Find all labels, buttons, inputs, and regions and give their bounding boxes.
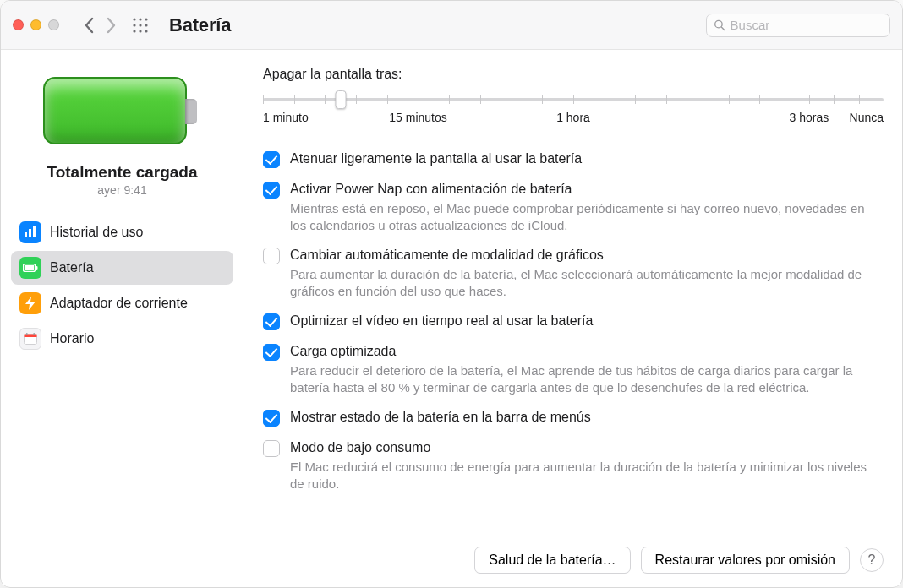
svg-point-0: [133, 18, 135, 20]
option-title: Atenuar ligeramente la pantalla al usar …: [290, 150, 884, 168]
option-checkbox[interactable]: [263, 248, 280, 264]
option-title: Modo de bajo consumo: [290, 438, 884, 457]
toolbar: Batería: [1, 1, 902, 50]
search-field[interactable]: [706, 14, 890, 37]
sidebar-item-label: Batería: [50, 260, 94, 275]
svg-point-7: [139, 30, 141, 32]
slider-tick-label: 1 minuto: [263, 111, 309, 124]
slider-tick: [884, 95, 884, 104]
sidebar-item-horario[interactable]: Horario: [11, 322, 233, 356]
option-checkbox[interactable]: [263, 151, 280, 168]
option-row: Atenuar ligeramente la pantalla al usar …: [263, 150, 884, 168]
option-row: Activar Power Nap con alimentación de ba…: [263, 180, 884, 234]
option-text: Modo de bajo consumoEl Mac reducirá el c…: [290, 438, 884, 493]
slider-tick: [698, 95, 698, 104]
svg-rect-15: [25, 265, 34, 270]
window-controls: [13, 19, 59, 30]
display-sleep-slider-label: Apagar la pantalla tras:: [263, 67, 884, 82]
battery-health-button[interactable]: Salud de la batería…: [474, 547, 630, 574]
calendar-icon: [19, 328, 41, 350]
svg-rect-16: [36, 266, 38, 270]
option-text: Cambiar automáticamente de modalidad de …: [290, 246, 884, 300]
battery-options-list: Atenuar ligeramente la pantalla al usar …: [263, 150, 884, 493]
option-checkbox[interactable]: [263, 313, 280, 330]
option-text: Atenuar ligeramente la pantalla al usar …: [290, 150, 884, 168]
slider-tick: [573, 95, 574, 104]
option-row: Mostrar estado de la batería en la barra…: [263, 408, 884, 427]
option-title: Activar Power Nap con alimentación de ba…: [290, 180, 884, 199]
option-title: Mostrar estado de la batería en la barra…: [290, 408, 884, 427]
svg-point-8: [145, 30, 147, 32]
option-title: Cambiar automáticamente de modalidad de …: [290, 246, 884, 264]
slider-tick: [356, 95, 357, 104]
slider-tick: [419, 95, 419, 104]
slider-tick-label: 1 hora: [556, 111, 590, 124]
sidebar-item-label: Historial de uso: [50, 225, 143, 240]
zoom-window-button[interactable]: [48, 19, 59, 30]
slider-tick: [759, 95, 760, 104]
slider-tick-label: 3 horas: [790, 111, 829, 124]
sidebar-item-adaptador-de-corriente[interactable]: Adaptador de corriente: [11, 286, 233, 320]
pane-footer: Salud de la batería… Restaurar valores p…: [263, 531, 884, 574]
forward-button[interactable]: [100, 11, 122, 40]
slider-thumb[interactable]: [335, 90, 346, 109]
slider-tick: [666, 95, 667, 104]
slider-tick: [635, 95, 636, 104]
close-window-button[interactable]: [13, 19, 24, 30]
battery-full-icon: [19, 257, 41, 279]
option-checkbox[interactable]: [263, 182, 280, 199]
option-description: El Mac reducirá el consumo de energía pa…: [290, 459, 884, 493]
svg-rect-21: [33, 333, 35, 335]
slider-tick: [294, 95, 295, 104]
sidebar-item-historial-de-uso[interactable]: Historial de uso: [11, 215, 233, 249]
back-button[interactable]: [78, 11, 100, 40]
restore-defaults-button[interactable]: Restaurar valores por omisión: [641, 547, 850, 574]
svg-point-3: [133, 24, 135, 26]
help-button[interactable]: ?: [860, 548, 884, 572]
slider-tick: [325, 95, 326, 104]
slider-tick: [809, 95, 810, 104]
svg-rect-20: [26, 333, 28, 335]
show-all-preferences-button[interactable]: [127, 12, 154, 39]
slider-tick: [263, 95, 264, 104]
option-text: Activar Power Nap con alimentación de ba…: [290, 180, 884, 234]
svg-point-1: [139, 18, 141, 20]
battery-status-title: Totalmente cargada: [47, 163, 197, 182]
slider-tick: [542, 95, 543, 104]
svg-rect-12: [29, 229, 31, 237]
slider-tick: [834, 95, 835, 104]
display-sleep-slider[interactable]: 1 minuto15 minutos1 hora3 horasNunca: [263, 90, 884, 122]
svg-point-6: [133, 30, 135, 32]
grid-icon: [132, 17, 149, 34]
search-input[interactable]: [731, 18, 883, 32]
svg-line-10: [721, 27, 724, 30]
slider-tick: [859, 95, 860, 104]
option-checkbox[interactable]: [263, 440, 280, 457]
battery-status-timestamp: ayer 9:41: [97, 183, 146, 197]
battery-level-icon: [43, 70, 202, 151]
minimize-window-button[interactable]: [30, 19, 41, 30]
option-checkbox[interactable]: [263, 410, 280, 427]
option-text: Mostrar estado de la batería en la barra…: [290, 408, 884, 427]
svg-point-4: [139, 24, 141, 26]
svg-rect-11: [25, 232, 27, 237]
chart-bars-icon: [19, 221, 41, 243]
page-title: Batería: [169, 14, 231, 36]
svg-point-5: [145, 24, 147, 26]
option-description: Para reducir el deterioro de la batería,…: [290, 362, 884, 397]
slider-tick: [512, 95, 512, 104]
svg-rect-13: [33, 226, 36, 237]
slider-tick: [449, 95, 450, 104]
slider-tick: [791, 95, 791, 104]
bolt-icon: [19, 292, 41, 314]
sidebar-item-batería[interactable]: Batería: [11, 251, 233, 285]
option-checkbox[interactable]: [263, 344, 280, 361]
option-row: Carga optimizadaPara reducir el deterior…: [263, 342, 884, 396]
svg-marker-17: [25, 297, 36, 310]
option-text: Optimizar el vídeo en tiempo real al usa…: [290, 312, 884, 330]
slider-tick-label: Nunca: [850, 111, 884, 124]
slider-tick: [605, 95, 605, 104]
sidebar-item-label: Adaptador de corriente: [50, 296, 188, 311]
sidebar-item-label: Horario: [50, 331, 94, 346]
slider-tick: [729, 95, 730, 104]
